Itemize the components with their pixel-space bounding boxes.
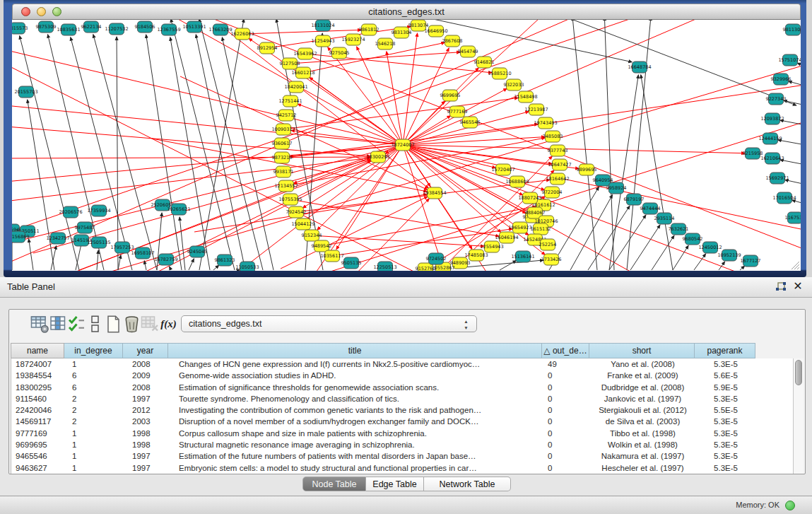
table-row[interactable]: 977716911998Corpus callosum shape and si… bbox=[11, 428, 793, 439]
graph-edge[interactable] bbox=[97, 250, 98, 270]
graph-edge[interactable] bbox=[627, 20, 651, 270]
graph-node[interactable]: 8454749 bbox=[458, 46, 478, 57]
graph-edge[interactable] bbox=[242, 30, 361, 34]
graph-edge[interactable] bbox=[740, 266, 745, 270]
table-row[interactable]: 969969511998Structural magnetic resonanc… bbox=[11, 439, 793, 450]
column-header-in_degree[interactable]: in_degree bbox=[64, 343, 123, 358]
graph-node[interactable]: 9811304 bbox=[783, 24, 801, 35]
graph-edge[interactable] bbox=[641, 75, 673, 270]
graph-node[interactable]: 9722004 bbox=[542, 187, 563, 198]
graph-edge[interactable] bbox=[572, 20, 597, 270]
graph-edge[interactable] bbox=[290, 199, 499, 236]
graph-node[interactable]: 12093872 bbox=[760, 113, 784, 124]
graph-edge[interactable] bbox=[500, 260, 516, 270]
column-header-year[interactable]: year bbox=[123, 343, 168, 358]
graph-node[interactable]: 12751441 bbox=[278, 95, 302, 107]
graph-node[interactable]: 7485083 bbox=[543, 131, 563, 142]
graph-node[interactable]: 2935114 bbox=[654, 213, 675, 224]
graph-edge[interactable] bbox=[118, 255, 121, 270]
graph-node[interactable]: 1615132 bbox=[531, 223, 551, 235]
network-graph[interactable]: 1622606389129549127508165439621125494392… bbox=[12, 20, 801, 271]
graph-node[interactable]: 18131024 bbox=[311, 20, 334, 31]
graph-node[interactable]: 16046194 bbox=[495, 232, 518, 243]
graph-edge[interactable] bbox=[199, 20, 263, 270]
graph-node[interactable]: 12367559 bbox=[157, 24, 180, 35]
graph-node[interactable]: 8912954 bbox=[257, 42, 278, 54]
float-panel-icon[interactable] bbox=[775, 281, 787, 293]
memory-status-icon[interactable] bbox=[785, 501, 795, 510]
table-row[interactable]: 946362711997Embryonic stem cells: a mode… bbox=[11, 462, 793, 474]
resize-handle-icon[interactable] bbox=[790, 260, 800, 270]
graph-edge[interactable] bbox=[351, 199, 429, 271]
graph-node[interactable]: 15923274 bbox=[341, 34, 365, 45]
table-row[interactable]: 1938455462009Genome-wide association stu… bbox=[11, 370, 793, 381]
graph-node[interactable]: 9622134 bbox=[81, 21, 102, 33]
graph-node[interactable]: 9699695 bbox=[440, 90, 461, 101]
graph-edge[interactable] bbox=[189, 259, 194, 270]
graph-node[interactable]: 12250513 bbox=[373, 262, 396, 271]
graph-node[interactable]: 9505135 bbox=[341, 257, 362, 269]
graph-node[interactable]: 12213987 bbox=[524, 104, 548, 115]
graph-node[interactable]: 9360617 bbox=[272, 138, 293, 149]
graph-node[interactable]: 12450012 bbox=[698, 242, 722, 253]
graph-node[interactable]: 11050533 bbox=[235, 262, 259, 271]
graph-node[interactable]: 10755395 bbox=[278, 194, 302, 205]
graph-edge[interactable] bbox=[93, 35, 157, 270]
graph-node[interactable]: 9975487 bbox=[75, 222, 95, 233]
select-checks-icon[interactable] bbox=[67, 315, 86, 334]
graph-node[interactable]: 16648784 bbox=[628, 62, 651, 73]
table-mode-icon[interactable] bbox=[30, 315, 49, 334]
graph-node[interactable]: 9899695 bbox=[577, 164, 597, 175]
graph-node[interactable]: 1546218 bbox=[375, 38, 396, 49]
column-header-short[interactable]: short bbox=[589, 343, 695, 358]
scrollbar-thumb[interactable] bbox=[795, 360, 802, 385]
graph-edge[interactable] bbox=[213, 265, 219, 270]
graph-node[interactable]: 9958924 bbox=[606, 182, 627, 194]
graph-node[interactable]: 7924542 bbox=[286, 206, 307, 218]
table-row[interactable]: 911546021997Tourette syndrome. Phenomeno… bbox=[11, 393, 793, 404]
graph-node[interactable]: 9465546 bbox=[460, 117, 481, 128]
graph-node[interactable]: 9377743 bbox=[548, 145, 568, 156]
graph-node[interactable]: 9873219 bbox=[272, 152, 293, 163]
graph-node[interactable]: 8215958 bbox=[743, 148, 763, 159]
graph-node[interactable]: 9861323 bbox=[215, 255, 235, 266]
graph-node[interactable]: 15720407 bbox=[491, 164, 514, 175]
column-header-title[interactable]: title bbox=[168, 343, 542, 358]
graph-node[interactable]: 9275045 bbox=[329, 47, 350, 59]
graph-node[interactable]: 11207532 bbox=[105, 23, 128, 35]
graph-node[interactable]: 9861812 bbox=[359, 24, 379, 35]
graph-node[interactable]: 9875309 bbox=[36, 21, 57, 33]
graph-edge[interactable] bbox=[146, 35, 182, 270]
graph-node[interactable]: 10647427 bbox=[548, 159, 571, 170]
graph-node[interactable]: 9329966 bbox=[771, 74, 792, 85]
graph-node[interactable]: 9777169 bbox=[447, 106, 468, 117]
tab-network-table[interactable]: Network Table bbox=[424, 477, 511, 491]
graph-node[interactable]: 6879197 bbox=[624, 194, 645, 205]
graph-node[interactable]: 9724502 bbox=[426, 253, 447, 264]
vertical-scrollbar[interactable] bbox=[793, 358, 804, 474]
graph-node[interactable]: 15692971 bbox=[765, 173, 789, 184]
graph-node[interactable]: 10835631 bbox=[57, 24, 80, 35]
graph-node[interactable]: 1677127 bbox=[741, 255, 761, 267]
graph-node[interactable]: 9245045 bbox=[187, 246, 208, 257]
graph-node[interactable]: 17485083 bbox=[464, 250, 488, 261]
graph-edge[interactable] bbox=[171, 20, 235, 270]
table-row[interactable]: 1872400712008Changes of HCN gene express… bbox=[11, 358, 793, 370]
graph-node[interactable]: 11254943 bbox=[311, 35, 334, 47]
column-header-name[interactable]: name bbox=[11, 343, 64, 358]
graph-node[interactable]: 9322033 bbox=[504, 79, 524, 90]
graph-edge[interactable] bbox=[609, 75, 638, 270]
graph-edge[interactable] bbox=[117, 37, 118, 270]
column-header-pagerank[interactable]: pagerank bbox=[695, 343, 755, 358]
show-columns-icon[interactable] bbox=[49, 315, 68, 334]
graph-node[interactable]: 17016504 bbox=[772, 192, 796, 204]
graph-node[interactable]: 15136141 bbox=[511, 251, 534, 262]
graph-edge[interactable] bbox=[570, 195, 613, 270]
graph-edge[interactable] bbox=[144, 261, 146, 270]
window-titlebar[interactable]: citations_edges.txt bbox=[12, 4, 801, 20]
graph-edge[interactable] bbox=[12, 145, 403, 244]
graph-node[interactable]: 16226063 bbox=[230, 28, 254, 40]
graph-node[interactable]: 10090317 bbox=[271, 124, 295, 135]
graph-node[interactable]: 9474444 bbox=[640, 203, 661, 214]
graph-edge[interactable] bbox=[12, 126, 370, 156]
